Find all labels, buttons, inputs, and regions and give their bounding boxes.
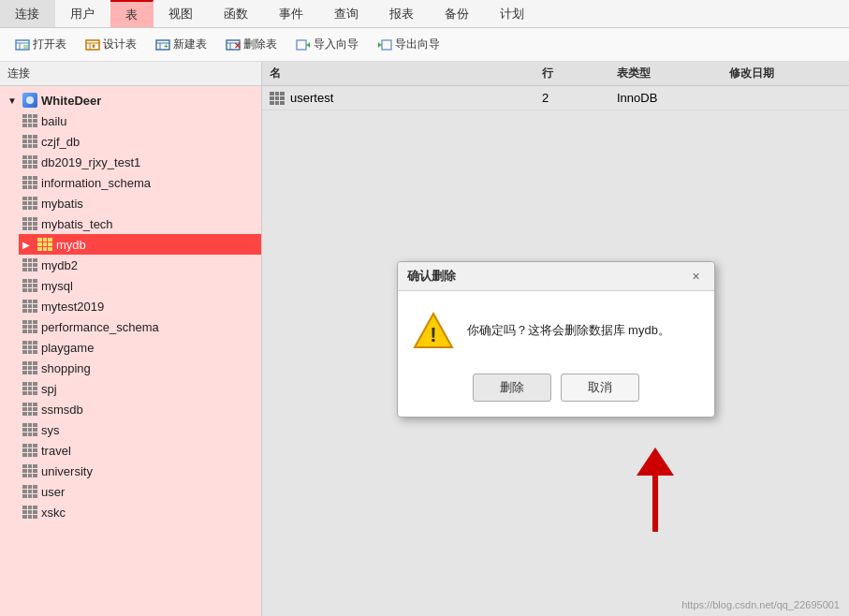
db-sys[interactable]: sys — [19, 419, 261, 440]
db-icon — [22, 320, 37, 333]
db-mydb2[interactable]: mydb2 — [19, 255, 261, 275]
db-icon — [22, 464, 37, 477]
modal-close-button[interactable]: × — [688, 268, 705, 285]
svg-rect-3 — [23, 45, 28, 49]
delete-table-icon: ✕ — [226, 37, 241, 52]
db-mybatis-tech[interactable]: mybatis_tech — [19, 213, 261, 234]
import-wizard-button[interactable]: 导入向导 — [288, 33, 366, 56]
db-bailu[interactable]: bailu — [19, 110, 261, 131]
warning-icon: ! — [413, 310, 454, 351]
db-university[interactable]: university — [19, 461, 261, 481]
db-icon — [22, 341, 37, 354]
modal-body: ! 你确定吗？这将会删除数据库 mydb。 — [398, 291, 714, 366]
menu-connect[interactable]: 连接 — [0, 0, 55, 27]
import-wizard-icon — [296, 37, 311, 52]
delete-table-button[interactable]: ✕ 删除表 — [218, 33, 285, 56]
menu-backup[interactable]: 备份 — [430, 0, 485, 27]
db-icon — [22, 382, 37, 395]
modal-footer: 删除 取消 — [398, 366, 714, 417]
db-icon — [22, 114, 37, 127]
db-icon — [22, 444, 37, 457]
menu-plan[interactable]: 计划 — [485, 0, 540, 27]
modal-titlebar: 确认删除 × — [398, 262, 714, 291]
menu-table[interactable]: 表 — [110, 0, 154, 27]
db-spj[interactable]: spj — [19, 378, 261, 399]
menu-view[interactable]: 视图 — [154, 0, 209, 27]
expand-icon: ▼ — [7, 95, 19, 106]
menu-report[interactable]: 报表 — [374, 0, 430, 27]
svg-rect-15 — [297, 40, 306, 50]
modal-title: 确认删除 — [407, 268, 456, 285]
main-layout: 连接 ▼ WhiteDeer bailu czjf_db — [0, 62, 849, 616]
design-table-icon — [85, 37, 100, 52]
cancel-button[interactable]: 取消 — [561, 374, 639, 402]
export-wizard-button[interactable]: 导出向导 — [370, 33, 447, 56]
new-table-button[interactable]: + 新建表 — [148, 33, 214, 56]
menu-event[interactable]: 事件 — [264, 0, 319, 27]
db-icon — [22, 423, 37, 436]
db-icon-selected — [37, 238, 52, 251]
svg-text:+: + — [164, 42, 168, 51]
db-performance-schema[interactable]: performance_schema — [19, 316, 261, 337]
db-mysql[interactable]: mysql — [19, 275, 261, 296]
db-user[interactable]: user — [19, 481, 261, 502]
db-mybatis[interactable]: mybatis — [19, 193, 261, 213]
new-table-icon: + — [155, 37, 170, 52]
db-icon — [22, 176, 37, 189]
db-icon — [22, 361, 37, 374]
sidebar-header: 连接 — [0, 62, 261, 86]
toolbar: 打开表 设计表 + 新建表 ✕ 删除表 — [0, 28, 849, 62]
menu-query[interactable]: 查询 — [319, 0, 374, 27]
db-db2019[interactable]: db2019_rjxy_test1 — [19, 152, 261, 172]
db-czjf[interactable]: czjf_db — [19, 131, 261, 152]
db-icon — [22, 258, 37, 271]
db-icon — [22, 135, 37, 148]
open-table-button[interactable]: 打开表 — [7, 33, 74, 56]
database-list: bailu czjf_db db2019_rjxy_test1 informat… — [0, 110, 261, 522]
db-icon — [22, 197, 37, 210]
menu-user[interactable]: 用户 — [55, 0, 110, 27]
expand-selected-icon: ▶ — [22, 240, 34, 250]
modal-message: 你确定吗？这将会删除数据库 mydb。 — [467, 321, 670, 340]
db-icon — [22, 279, 37, 292]
server-icon — [22, 93, 37, 108]
tree-root-node[interactable]: ▼ WhiteDeer — [0, 90, 261, 110]
svg-text:!: ! — [430, 323, 436, 346]
open-table-icon — [15, 37, 30, 52]
db-icon — [22, 403, 37, 416]
db-shopping[interactable]: shopping — [19, 358, 261, 378]
confirm-delete-modal: 确认删除 × ! 你确定吗？这将会删除数据库 mydb。 删除 取消 — [397, 261, 715, 418]
export-wizard-icon — [377, 37, 392, 52]
sidebar: 连接 ▼ WhiteDeer bailu czjf_db — [0, 62, 262, 616]
tree-root: ▼ WhiteDeer bailu czjf_db db2019_rjxy_te… — [0, 86, 261, 526]
db-icon — [22, 155, 37, 169]
db-icon — [22, 217, 37, 230]
db-travel[interactable]: travel — [19, 440, 261, 461]
modal-overlay: 确认删除 × ! 你确定吗？这将会删除数据库 mydb。 删除 取消 — [262, 62, 849, 616]
svg-text:✕: ✕ — [234, 41, 241, 51]
db-playgame[interactable]: playgame — [19, 337, 261, 358]
db-ssmsdb[interactable]: ssmsdb — [19, 399, 261, 419]
root-label: WhiteDeer — [41, 94, 101, 108]
db-xskc[interactable]: xskc — [19, 502, 261, 522]
db-information-schema[interactable]: information_schema — [19, 172, 261, 193]
menu-function[interactable]: 函数 — [209, 0, 264, 27]
delete-confirm-button[interactable]: 删除 — [473, 374, 551, 402]
design-table-button[interactable]: 设计表 — [78, 33, 144, 56]
db-icon — [22, 300, 37, 313]
db-mydb[interactable]: ▶ mydb — [19, 234, 261, 255]
menu-bar: 连接 用户 表 视图 函数 事件 查询 报表 备份 计划 — [0, 0, 849, 28]
content-area: 名 行 表类型 修改日期 usertest 2 InnoDB 确认删除 × — [262, 62, 849, 616]
svg-rect-17 — [382, 40, 391, 50]
db-icon — [22, 506, 37, 519]
db-icon — [22, 485, 37, 498]
db-mytest2019[interactable]: mytest2019 — [19, 296, 261, 316]
